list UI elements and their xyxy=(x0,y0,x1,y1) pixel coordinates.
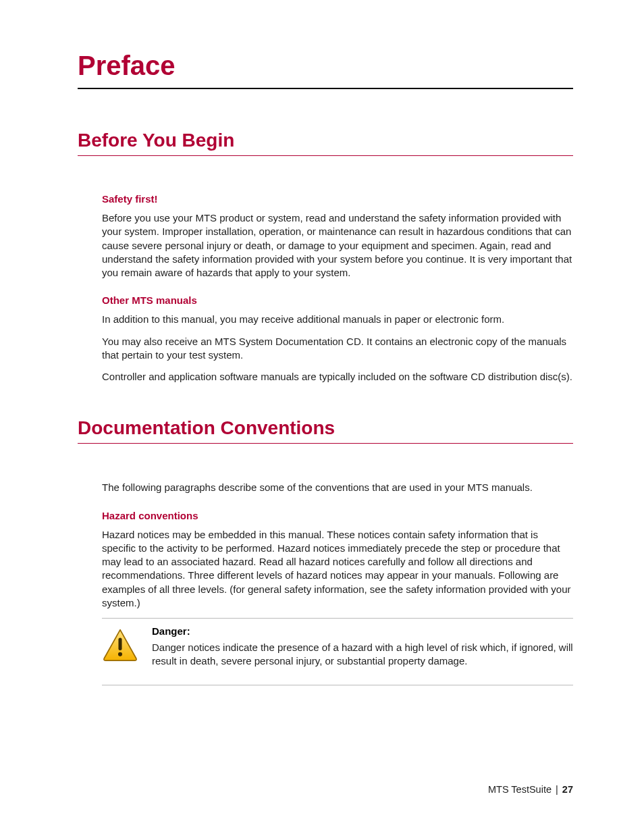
paragraph: In addition to this manual, you may rece… xyxy=(102,313,573,326)
danger-text-block: Danger: Danger notices indicate the pres… xyxy=(152,625,573,669)
subheading-other-manuals: Other MTS manuals xyxy=(102,294,573,306)
danger-label: Danger: xyxy=(152,625,573,637)
warning-triangle-icon xyxy=(102,625,140,669)
section-heading-documentation-conventions: Documentation Conventions xyxy=(78,417,573,444)
section-body: Safety first! Before you use your MTS pr… xyxy=(78,193,573,384)
footer-separator: | xyxy=(556,784,558,795)
document-page: Preface Before You Begin Safety first! B… xyxy=(0,0,644,834)
danger-notice: Danger: Danger notices indicate the pres… xyxy=(102,618,573,685)
section-body: The following paragraphs describe some o… xyxy=(78,481,573,685)
footer-product: MTS TestSuite xyxy=(488,784,552,795)
footer-page-number: 27 xyxy=(562,784,573,795)
subheading-safety-first: Safety first! xyxy=(102,193,573,205)
chapter-title: Preface xyxy=(78,51,573,89)
paragraph: Hazard notices may be embedded in this m… xyxy=(102,528,573,610)
subheading-hazard-conventions: Hazard conventions xyxy=(102,510,573,521)
paragraph: Before you use your MTS product or syste… xyxy=(102,211,573,280)
section-heading-before-you-begin: Before You Begin xyxy=(78,130,573,156)
paragraph: The following paragraphs describe some o… xyxy=(102,481,573,494)
paragraph: You may also receive an MTS System Docum… xyxy=(102,335,573,363)
paragraph: Controller and application software manu… xyxy=(102,370,573,384)
svg-rect-0 xyxy=(118,637,122,650)
danger-description: Danger notices indicate the presence of … xyxy=(152,641,573,669)
page-footer: MTS TestSuite | 27 xyxy=(488,784,573,795)
svg-point-1 xyxy=(118,652,122,656)
